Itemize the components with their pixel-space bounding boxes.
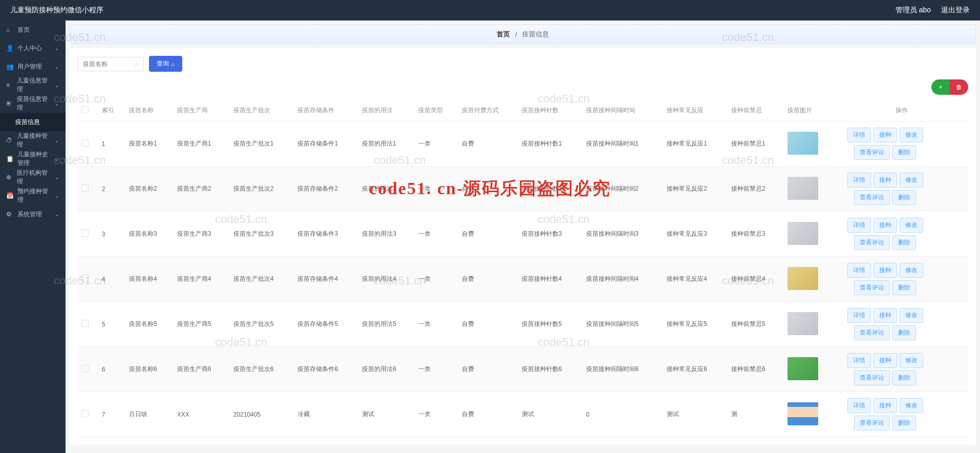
row-checkbox[interactable] <box>81 320 89 327</box>
detail-button[interactable]: 详情 <box>847 263 871 278</box>
sidebar-item-5[interactable]: 疫苗信息 <box>0 113 66 131</box>
row-checkbox[interactable] <box>81 365 89 372</box>
edit-button[interactable]: 修改 <box>900 353 923 368</box>
row-checkbox[interactable] <box>81 230 89 237</box>
comments-button[interactable]: 查看评论 <box>854 416 890 430</box>
edit-button[interactable]: 修改 <box>900 263 923 278</box>
cell: 疫苗生产商4 <box>173 257 229 302</box>
vaccinate-button[interactable]: 接种 <box>874 128 897 142</box>
cell: 一类 <box>414 302 458 347</box>
batch-delete-button[interactable]: 🗑 <box>950 79 968 95</box>
sidebar-item-8[interactable]: ⊕医疗机构管理⌄ <box>0 168 66 187</box>
logout-link[interactable]: 退出登录 <box>941 6 970 15</box>
search-input[interactable] <box>83 60 135 68</box>
sidebar-item-label: 疫苗信息 <box>15 118 40 127</box>
cell: 疫苗的用法4 <box>358 257 414 302</box>
delete-button[interactable]: 删除 <box>892 370 916 385</box>
vaccine-thumbnail[interactable] <box>787 222 818 245</box>
detail-button[interactable]: 详情 <box>847 173 871 188</box>
delete-button[interactable]: 删除 <box>892 325 916 340</box>
vaccinate-button[interactable]: 接种 <box>874 308 897 323</box>
cell: 接种前禁忌5 <box>727 302 783 347</box>
cell: 接种常见反应2 <box>663 167 727 212</box>
admin-label[interactable]: 管理员 abo <box>896 6 931 15</box>
chevron-down-icon: ⌄ <box>54 137 59 144</box>
chevron-down-icon: ⌄ <box>54 192 59 199</box>
vaccinate-button[interactable]: 接种 <box>874 353 897 368</box>
vaccine-thumbnail[interactable] <box>787 357 818 380</box>
cell: 疫苗接种间隔时间5 <box>582 302 663 347</box>
row-checkbox[interactable] <box>81 410 89 417</box>
cell: 疫苗的用法1 <box>358 121 414 167</box>
home-icon: ⌂ <box>6 26 13 33</box>
cell <box>77 167 98 212</box>
cell-actions: 详情 接种 修改 查看评论 删除 <box>835 212 968 257</box>
row-checkbox[interactable] <box>81 184 89 192</box>
row-checkbox[interactable] <box>81 275 89 282</box>
sidebar-item-4[interactable]: ⛨疫苗信息管理⌄ <box>0 94 66 113</box>
cell <box>77 257 98 302</box>
vaccine-thumbnail[interactable] <box>787 177 818 200</box>
vaccinate-button[interactable]: 接种 <box>874 263 897 278</box>
detail-button[interactable]: 详情 <box>847 308 871 323</box>
vaccine-thumbnail[interactable] <box>787 402 818 425</box>
delete-button[interactable]: 删除 <box>892 235 916 250</box>
clear-icon[interactable]: ○ <box>135 60 138 68</box>
cell: 百日咳 <box>125 392 173 437</box>
cell: 测 <box>727 392 783 437</box>
sidebar-item-2[interactable]: 👥用户管理⌄ <box>0 57 66 76</box>
add-button[interactable]: + <box>931 79 950 95</box>
delete-button[interactable]: 删除 <box>892 145 916 160</box>
delete-button[interactable]: 删除 <box>892 190 916 205</box>
detail-button[interactable]: 详情 <box>847 218 871 233</box>
trash-icon: 🗑 <box>956 84 962 91</box>
cell: 7 <box>98 392 125 437</box>
edit-button[interactable]: 修改 <box>900 308 923 323</box>
comments-button[interactable]: 查看评论 <box>854 280 890 295</box>
table-row: 1疫苗名称1疫苗生产商1疫苗生产批次1疫苗存储条件1疫苗的用法1一类自费疫苗接种… <box>77 121 968 167</box>
cell: 疫苗接种针数4 <box>518 257 582 302</box>
delete-button[interactable]: 删除 <box>892 416 916 430</box>
vaccinate-button[interactable]: 接种 <box>874 173 897 188</box>
comments-button[interactable]: 查看评论 <box>854 325 890 340</box>
sidebar-item-6[interactable]: ⏱儿童接种管理⌄ <box>0 131 66 150</box>
vaccine-thumbnail[interactable] <box>787 132 818 155</box>
cell <box>77 121 98 167</box>
col-header-0 <box>77 100 98 121</box>
search-button[interactable]: 查询 ⌕ <box>149 56 182 72</box>
cell: 疫苗接种针数6 <box>518 347 582 392</box>
vaccinate-button[interactable]: 接种 <box>874 218 897 233</box>
sidebar-item-7[interactable]: 📋儿童接种史管理⌄ <box>0 150 66 168</box>
comments-button[interactable]: 查看评论 <box>854 235 890 250</box>
detail-button[interactable]: 详情 <box>847 398 871 413</box>
sidebar-item-label: 用户管理 <box>17 63 42 71</box>
cell: 一类 <box>414 167 458 212</box>
comments-button[interactable]: 查看评论 <box>854 370 890 385</box>
edit-button[interactable]: 修改 <box>900 398 923 413</box>
breadcrumb-home[interactable]: 首页 <box>497 30 510 39</box>
select-all-checkbox[interactable] <box>81 106 89 113</box>
edit-button[interactable]: 修改 <box>900 173 923 188</box>
detail-button[interactable]: 详情 <box>847 353 871 368</box>
sidebar-item-3[interactable]: ≡儿童信息管理⌄ <box>0 76 66 94</box>
vaccinate-button[interactable]: 接种 <box>874 398 897 413</box>
search-bar: ○ 查询 ⌕ <box>77 56 968 72</box>
vaccine-thumbnail[interactable] <box>787 312 818 335</box>
sidebar-item-0[interactable]: ⌂首页 <box>0 20 66 39</box>
delete-button[interactable]: 删除 <box>892 280 916 295</box>
edit-button[interactable]: 修改 <box>900 128 923 142</box>
sidebar-item-9[interactable]: 📅预约接种管理⌄ <box>0 187 66 205</box>
row-checkbox[interactable] <box>81 139 89 147</box>
sidebar-item-10[interactable]: ⚙系统管理⌄ <box>0 205 66 223</box>
comments-button[interactable]: 查看评论 <box>854 145 890 160</box>
detail-button[interactable]: 详情 <box>847 128 871 142</box>
chevron-down-icon: ⌄ <box>54 45 59 52</box>
sidebar-item-1[interactable]: 👤个人中心⌄ <box>0 39 66 57</box>
comments-button[interactable]: 查看评论 <box>854 190 890 205</box>
col-header-3: 疫苗生产商 <box>173 100 229 121</box>
table-row: 7百日咳XXX20210405冷藏测试一类自费测试0测试测 详情 接种 修改 查… <box>77 392 968 437</box>
cell: 冷藏 <box>293 392 358 437</box>
edit-button[interactable]: 修改 <box>900 218 923 233</box>
cell: 接种前禁忌1 <box>727 121 783 167</box>
vaccine-thumbnail[interactable] <box>787 267 818 290</box>
